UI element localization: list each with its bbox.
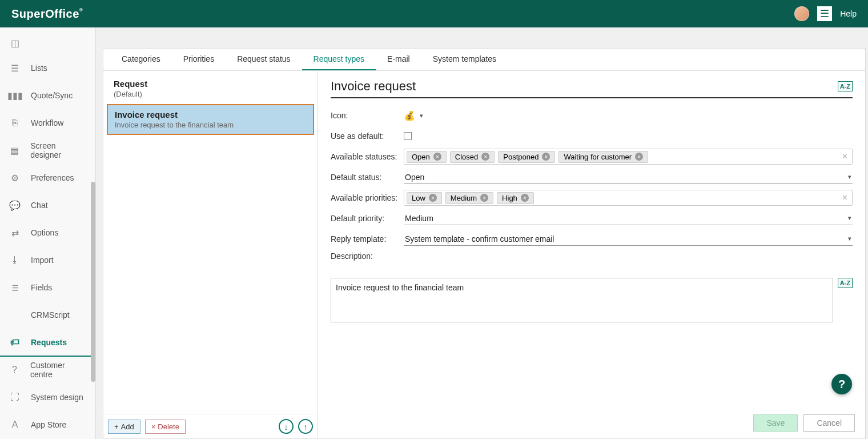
add-label: Add [121,422,134,431]
sidebar-item-chat[interactable]: 💬Chat [0,192,95,220]
move-up-button[interactable]: ↑ [298,419,313,434]
sidebar-item-options[interactable]: ⇄Options [0,220,95,247]
tab-e-mail[interactable]: E-mail [376,49,421,70]
tab-bar: CategoriesPrioritiesRequest statusReques… [103,49,865,71]
label-default-priority: Default priority: [331,214,404,223]
brand-logo: SuperOffice® [11,7,83,21]
fields-icon: ≣ [9,282,21,293]
remove-tag-button[interactable]: × [480,194,488,202]
sidebar-item-quote-sync[interactable]: ▮▮▮Quote/Sync [0,82,95,110]
sidebar-item-label: Quote/Sync [31,91,73,100]
reply-template-select[interactable]: System template - confirm customer email… [404,233,853,246]
sidebar-item-app-store[interactable]: AApp Store [0,412,95,439]
add-button[interactable]: + Add [108,420,140,434]
default-status-select[interactable]: Open ▾ [404,171,853,184]
sidebar-item-requests[interactable]: 🏷Requests [0,329,95,357]
tab-categories[interactable]: Categories [110,49,172,70]
request-type-form-panel: Invoice request A-Z Icon: 💰 ▾ [318,71,865,438]
clear-priorities-button[interactable]: × [840,193,850,203]
app-menu-button[interactable]: ☰ [817,6,832,21]
priority-tag: Low× [407,192,442,204]
az-sort-button[interactable]: A-Z [838,81,853,91]
label-icon: Icon: [331,111,404,120]
sidebar-item-label: App Store [31,420,66,429]
sidebar-item-preferences[interactable]: ⚙Preferences [0,165,95,192]
form-title: Invoice request [331,79,838,94]
workflow-icon: ⎘ [9,118,21,128]
sidebar-item-system-design[interactable]: ⛶System design [0,384,95,412]
label-reply-template: Reply template: [331,234,404,244]
tag-label: Medium [451,194,477,202]
tab-request-types[interactable]: Request types [302,49,376,70]
list-actions: + Add × Delete ↓ ↑ [103,414,318,438]
sidebar-item-panel-toggle[interactable]: ◫ [0,32,95,55]
sidebar-item-fields[interactable]: ≣Fields [0,274,95,302]
sidebar-item-screen-designer[interactable]: ▤Screen designer [0,137,95,165]
sidebar-item-label: Lists [31,63,47,73]
sidebar-item-customer-centre[interactable]: ?Customer centre [0,357,95,384]
chat-icon: 💬 [9,200,21,211]
preferences-icon: ⚙ [9,173,21,183]
tab-system-templates[interactable]: System templates [421,49,508,70]
sidebar-item-crmscript[interactable]: CRMScript [0,302,95,329]
main-content: CategoriesPrioritiesRequest statusReques… [103,48,866,439]
status-tag: Closed× [450,151,495,163]
list-item[interactable]: Invoice requestInvoice request to the fi… [107,104,314,135]
import-icon: ⭳ [9,255,21,265]
remove-tag-button[interactable]: × [542,153,550,161]
remove-tag-button[interactable]: × [521,194,529,202]
tag-label: Closed [455,153,478,161]
customer-centre-icon: ? [9,365,20,375]
remove-tag-button[interactable]: × [433,153,441,161]
chevron-down-icon: ▾ [848,173,851,181]
avatar[interactable] [794,6,809,21]
chevron-down-icon: ▾ [848,235,851,242]
clear-statuses-button[interactable]: × [840,151,850,162]
brand-tm: ® [79,7,83,13]
list-item-subtitle: (Default) [114,90,307,98]
remove-tag-button[interactable]: × [481,153,489,161]
sidebar-item-label: Customer centre [30,361,86,379]
help-link[interactable]: Help [840,9,857,18]
sidebar-item-label: Options [31,228,58,237]
sidebar-item-lists[interactable]: ☰Lists [0,55,95,82]
help-fab[interactable]: ? [831,374,852,394]
sidebar-item-import[interactable]: ⭳Import [0,247,95,274]
remove-tag-button[interactable]: × [635,153,643,161]
description-textarea[interactable] [331,278,833,322]
plus-icon: + [114,422,119,431]
sidebar-item-label: Fields [31,283,52,292]
available-statuses-field[interactable]: Open×Closed×Postponed×Waiting for custom… [404,149,853,165]
tag-label: Open [412,153,430,161]
use-default-checkbox[interactable] [404,132,412,140]
status-tag: Waiting for customer× [558,151,648,163]
app-header: SuperOffice® ☰ Help [0,0,868,27]
list-item-subtitle: Invoice request to the financial team [115,121,306,129]
available-priorities-field[interactable]: Low×Medium×High×× [404,190,853,206]
icon-picker[interactable]: 💰 ▾ [404,110,423,121]
brand-text: SuperOffice [11,7,79,20]
save-button[interactable]: Save [753,414,798,432]
money-bag-icon: 💰 [404,110,415,121]
remove-tag-button[interactable]: × [429,194,437,202]
sidebar-item-label: Preferences [31,173,74,182]
sidebar-scrollbar[interactable] [91,182,95,382]
az-sort-button-desc[interactable]: A-Z [838,278,853,288]
default-priority-select[interactable]: Medium ▾ [404,212,853,225]
tag-label: Low [412,194,425,202]
sidebar-item-workflow[interactable]: ⎘Workflow [0,110,95,137]
label-available-priorities: Available priorities: [331,193,404,202]
tab-priorities[interactable]: Priorities [172,49,226,70]
sidebar-item-label: Import [31,256,54,265]
status-tag: Postponed× [498,151,555,163]
list-item[interactable]: Request(Default) [107,74,314,103]
sidebar-item-label: Screen designer [30,141,86,159]
tab-request-status[interactable]: Request status [226,49,302,70]
move-down-button[interactable]: ↓ [279,419,294,434]
delete-button[interactable]: × Delete [145,420,186,434]
default-status-value: Open [405,173,424,182]
sidebar-item-label: Requests [31,338,67,347]
sidebar-item-label: Chat [31,201,48,210]
priority-tag: High× [497,192,534,204]
cancel-button[interactable]: Cancel [803,414,855,432]
